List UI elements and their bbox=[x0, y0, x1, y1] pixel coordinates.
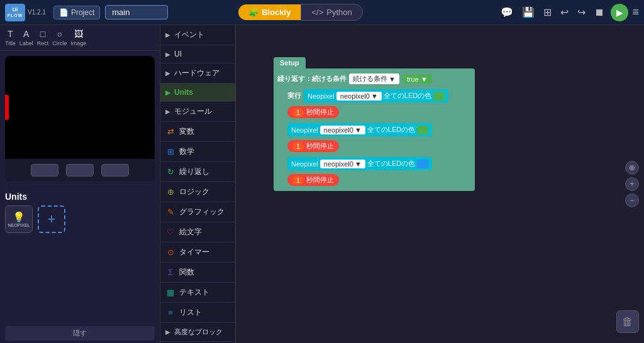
loop-row: 繰り返す：続ける条件 続ける条件 ▼ true ▼ bbox=[277, 72, 471, 85]
preview-area bbox=[5, 56, 155, 182]
neopixel-block-2[interactable]: Neopixel neopixel0 ▼ 全てのLEDの色 bbox=[287, 123, 432, 136]
units-section: Units 💡 NEOPIXEL + bbox=[0, 187, 160, 324]
neopixel-dropdown-2[interactable]: neopixel0 ▼ bbox=[320, 126, 365, 134]
wait-block-1[interactable]: 1 秒間停止 bbox=[287, 106, 339, 118]
arrow-icon: ▶ bbox=[165, 70, 170, 77]
stop-button[interactable]: ⏹ bbox=[592, 6, 607, 19]
blocks-container: Setup 繰り返す：続ける条件 続ける条件 ▼ true ▼ bbox=[274, 57, 475, 191]
condition-dropdown[interactable]: 続ける条件 ▼ bbox=[349, 74, 399, 84]
cat-graphics[interactable]: ✎ グラフィック bbox=[160, 202, 235, 222]
chat-button[interactable]: 💬 bbox=[498, 5, 516, 19]
units-items: 💡 NEOPIXEL + bbox=[5, 205, 155, 233]
cat-loop[interactable]: ↻ 繰り返し bbox=[160, 162, 235, 182]
tool-circle[interactable]: ○ Circle bbox=[52, 29, 67, 46]
trash-button[interactable]: 🗑 bbox=[616, 310, 639, 333]
emoji-icon: ♡ bbox=[165, 227, 175, 237]
grid-button[interactable]: ⊞ bbox=[541, 5, 554, 19]
neopixel-dropdown-1[interactable]: neopixel0 ▼ bbox=[336, 92, 382, 101]
color-box-2[interactable] bbox=[417, 126, 428, 134]
num-3: 1 bbox=[292, 176, 304, 185]
right-scrollbar: ⊕ + − bbox=[625, 161, 639, 207]
cat-functions[interactable]: Σ 関数 bbox=[160, 263, 235, 283]
python-tab[interactable]: </> Python bbox=[301, 4, 362, 21]
wait-block-2[interactable]: 1 秒間停止 bbox=[287, 140, 339, 152]
tool-rect[interactable]: □ Rect bbox=[37, 29, 49, 46]
execute-row-2: Neopixel neopixel0 ▼ 全てのLEDの色 bbox=[287, 122, 471, 138]
canvas-area: Setup 繰り返す：続ける条件 続ける条件 ▼ true ▼ bbox=[236, 25, 644, 343]
wait-row-1: 1 秒間停止 bbox=[287, 105, 471, 119]
cat-logic[interactable]: ⊕ ロジック bbox=[160, 182, 235, 202]
neopixel-block-1[interactable]: Neopixel neopixel0 ▼ 全てのLEDの色 bbox=[304, 89, 448, 102]
category-panel: ▶ イベント ▶ UI ▶ ハードウェア ▶ Units ▶ モジュール ⇄ 変… bbox=[160, 25, 236, 343]
center-icon: ⊕ bbox=[629, 163, 635, 172]
cat-math[interactable]: ⊞ 数学 bbox=[160, 142, 235, 162]
wait-row-3: 1 秒間停止 bbox=[287, 173, 471, 187]
execute-row-3: Neopixel neopixel0 ▼ 全てのLEDの色 bbox=[287, 156, 471, 172]
run-button[interactable]: ▶ bbox=[611, 4, 628, 21]
hide-button[interactable]: 隠す bbox=[5, 326, 155, 340]
text-icon: ▦ bbox=[165, 288, 175, 297]
color-box-3[interactable] bbox=[417, 160, 428, 168]
cat-event[interactable]: ▶ イベント bbox=[160, 25, 235, 45]
blockly-tab[interactable]: 🧩 Blockly bbox=[238, 4, 301, 20]
cat-hardware[interactable]: ▶ ハードウェア bbox=[160, 63, 235, 84]
cat-units[interactable]: ▶ Units bbox=[160, 84, 235, 102]
timer-icon: ⊙ bbox=[165, 248, 175, 257]
save-button[interactable]: 💾 bbox=[519, 5, 537, 19]
tool-image[interactable]: 🖼 Image bbox=[70, 29, 86, 46]
menu-button[interactable]: ≡ bbox=[632, 6, 639, 19]
preview-btn-1[interactable] bbox=[31, 164, 58, 177]
center-button[interactable]: ⊕ bbox=[625, 161, 639, 175]
cat-list[interactable]: ≡ リスト bbox=[160, 303, 235, 323]
neopixel-block-3[interactable]: Neopixel neopixel0 ▼ 全てのLEDの色 bbox=[287, 157, 432, 170]
file-icon: 📄 bbox=[59, 8, 69, 17]
wait-block-3[interactable]: 1 秒間停止 bbox=[287, 174, 339, 186]
rect-icon: □ bbox=[40, 29, 45, 39]
project-button[interactable]: 📄 Project bbox=[53, 6, 100, 19]
list-icon: ≡ bbox=[165, 308, 175, 317]
redo-button[interactable]: ↪ bbox=[575, 5, 588, 19]
execute-group-1: 実行 Neopixel neopixel0 ▼ 全てのLEDの色 bbox=[287, 88, 471, 119]
loop-label: 繰り返す：続ける条件 bbox=[277, 74, 347, 84]
undo-button[interactable]: ↩ bbox=[558, 5, 571, 19]
circle-icon: ○ bbox=[57, 29, 62, 39]
num-1: 1 bbox=[292, 108, 304, 117]
zoom-out-button[interactable]: − bbox=[625, 193, 639, 207]
bool-dropdown: ▼ bbox=[421, 75, 428, 83]
preview-btn-3[interactable] bbox=[101, 164, 129, 177]
code-icon: </> bbox=[311, 8, 323, 17]
cat-emoji[interactable]: ♡ 絵文字 bbox=[160, 222, 235, 242]
tab-name-input[interactable] bbox=[105, 5, 168, 19]
cat-advanced[interactable]: ▶ 高度なブロック bbox=[160, 323, 235, 342]
preview-btn-2[interactable] bbox=[66, 164, 94, 177]
bool-true-block[interactable]: true ▼ bbox=[402, 75, 433, 84]
color-box-1[interactable] bbox=[433, 92, 445, 101]
add-unit-button[interactable]: + bbox=[38, 205, 65, 233]
dropdown-arrow: ▼ bbox=[355, 126, 362, 134]
math-icon: ⊞ bbox=[165, 147, 175, 156]
left-panel: T Title A Label □ Rect ○ Circle 🖼 Image bbox=[0, 25, 160, 343]
cat-timer[interactable]: ⊙ タイマー bbox=[160, 242, 235, 263]
execute-group-3: Neopixel neopixel0 ▼ 全てのLEDの色 1 秒 bbox=[287, 156, 471, 187]
logo: Ui FLOW bbox=[5, 4, 25, 21]
cat-text[interactable]: ▦ テキスト bbox=[160, 283, 235, 303]
function-icon: Σ bbox=[165, 268, 175, 277]
graphics-icon: ✎ bbox=[165, 207, 175, 217]
tool-label[interactable]: A Label bbox=[19, 29, 33, 46]
cat-ui[interactable]: ▶ UI bbox=[160, 45, 235, 63]
label-icon: A bbox=[23, 29, 29, 39]
neopixel-icon: 💡 bbox=[13, 211, 25, 223]
zoom-in-button[interactable]: + bbox=[625, 177, 639, 191]
plus-icon: + bbox=[48, 211, 56, 227]
variables-icon: ⇄ bbox=[165, 127, 175, 136]
preview-screen bbox=[5, 56, 155, 159]
cat-module[interactable]: ▶ モジュール bbox=[160, 102, 235, 122]
logo-area: Ui FLOW V1.2.1 bbox=[5, 4, 46, 21]
tool-title[interactable]: T Title bbox=[5, 29, 16, 46]
neopixel-unit[interactable]: 💡 NEOPIXEL bbox=[5, 205, 33, 233]
cat-variables[interactable]: ⇄ 変数 bbox=[160, 122, 235, 142]
neopixel-dropdown-3[interactable]: neopixel0 ▼ bbox=[320, 160, 365, 168]
dropdown-arrow: ▼ bbox=[371, 92, 378, 100]
red-bar bbox=[5, 95, 9, 120]
zoom-out-icon: − bbox=[630, 196, 634, 205]
